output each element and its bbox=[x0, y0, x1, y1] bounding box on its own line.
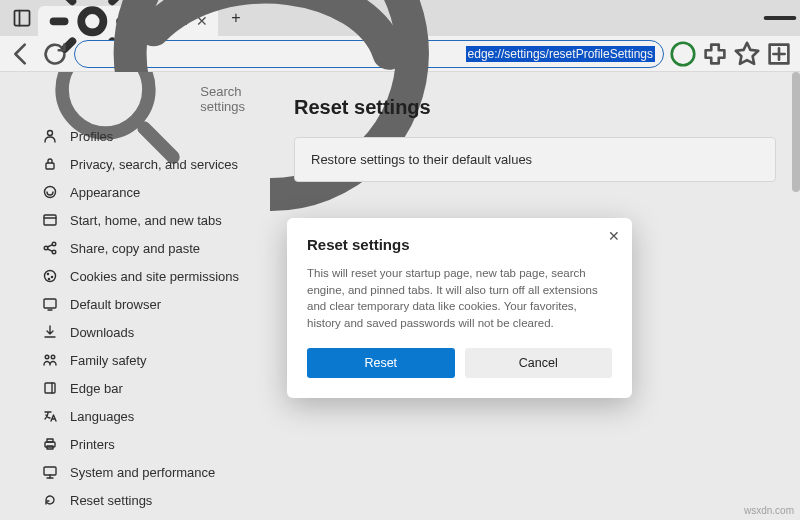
modal-overlay: ✕ Reset settings This will reset your st… bbox=[0, 0, 800, 520]
dialog-body: This will reset your startup page, new t… bbox=[307, 265, 612, 332]
dialog-title: Reset settings bbox=[307, 236, 612, 253]
reset-settings-dialog: ✕ Reset settings This will reset your st… bbox=[287, 218, 632, 398]
reset-button[interactable]: Reset bbox=[307, 348, 455, 378]
close-dialog-button[interactable]: ✕ bbox=[608, 228, 620, 244]
cancel-button[interactable]: Cancel bbox=[465, 348, 613, 378]
